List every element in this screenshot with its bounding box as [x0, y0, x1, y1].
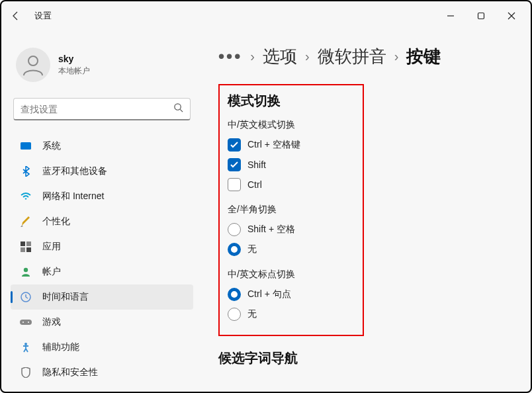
radio-icon [228, 223, 241, 236]
search-icon [173, 103, 183, 115]
account-icon [20, 266, 32, 278]
shield-icon [20, 367, 32, 378]
user-name: sky [58, 54, 90, 64]
gamepad-icon [20, 316, 32, 328]
sidebar-item-system[interactable]: 系统 [11, 134, 193, 159]
subsection-label: 中/英文模式切换 [228, 119, 355, 131]
sidebar-item-label: 网络和 Internet [42, 191, 104, 202]
checkbox-icon [228, 138, 241, 152]
sidebar-item-label: 蓝牙和其他设备 [42, 165, 107, 177]
svg-point-14 [28, 322, 29, 323]
globe-clock-icon [20, 291, 32, 303]
wifi-icon [20, 191, 32, 202]
system-icon [20, 140, 32, 152]
option-label: Shift + 空格 [247, 224, 295, 236]
sidebar-item-label: 辅助功能 [42, 341, 79, 353]
breadcrumb-more[interactable]: ••• [218, 46, 242, 67]
sidebar-item-accounts[interactable]: 帐户 [11, 259, 193, 284]
back-button[interactable] [5, 5, 26, 26]
chevron-right-icon: › [305, 49, 310, 64]
svg-point-2 [28, 56, 38, 66]
app-title: 设置 [34, 10, 52, 22]
subsection-label: 中/英文标点切换 [228, 269, 355, 281]
checkbox-shift[interactable]: Shift [228, 155, 355, 175]
svg-rect-9 [26, 247, 31, 252]
titlebar: 设置 [0, 0, 532, 32]
search-box[interactable] [13, 98, 191, 120]
svg-point-15 [24, 343, 27, 345]
option-label: Ctrl + 空格键 [247, 139, 300, 151]
mode-switch-section: 模式切换 中/英文模式切换 Ctrl + 空格键 Shift Ctrl 全/半角… [218, 84, 364, 336]
radio-none-punct[interactable]: 无 [228, 304, 355, 324]
minimize-button[interactable] [435, 5, 466, 26]
sidebar-item-gaming[interactable]: 游戏 [11, 310, 193, 335]
sidebar: sky 本地帐户 系统 蓝牙和其他设备 网络和 Internet [0, 32, 199, 393]
section-title: 模式切换 [228, 92, 355, 110]
avatar [16, 48, 50, 82]
nav-list: 系统 蓝牙和其他设备 网络和 Internet 个性化 应用 帐户 [11, 134, 193, 385]
breadcrumb: ••• › 选项 › 微软拼音 › 按键 [218, 45, 506, 68]
svg-rect-6 [21, 241, 25, 246]
sidebar-item-bluetooth[interactable]: 蓝牙和其他设备 [11, 159, 193, 184]
close-button[interactable] [496, 5, 527, 26]
checkbox-ctrl-space[interactable]: Ctrl + 空格键 [228, 135, 355, 155]
user-subtitle: 本地帐户 [58, 66, 90, 77]
option-label: 无 [247, 243, 257, 255]
chevron-right-icon: › [394, 49, 399, 64]
radio-shift-space[interactable]: Shift + 空格 [228, 220, 355, 240]
sidebar-item-personalization[interactable]: 个性化 [11, 209, 193, 234]
svg-rect-7 [26, 241, 31, 246]
maximize-icon [477, 12, 485, 20]
search-input[interactable] [21, 104, 173, 114]
accessibility-icon [20, 341, 32, 353]
sidebar-item-label: 个性化 [42, 216, 70, 228]
user-block[interactable]: sky 本地帐户 [11, 37, 193, 95]
svg-point-3 [175, 104, 181, 110]
apps-icon [20, 241, 32, 253]
subsection-label: 全/半角切换 [228, 204, 355, 216]
svg-point-13 [22, 322, 24, 323]
section-title: 候选字词导航 [218, 349, 506, 367]
option-label: Shift [247, 159, 266, 170]
option-label: Ctrl + 句点 [247, 288, 291, 300]
close-icon [508, 12, 515, 20]
sidebar-item-label: 时间和语言 [42, 291, 89, 303]
svg-rect-1 [478, 13, 484, 19]
minimize-icon [447, 12, 455, 20]
radio-ctrl-period[interactable]: Ctrl + 句点 [228, 284, 355, 304]
radio-icon [228, 243, 241, 256]
svg-rect-8 [21, 247, 25, 252]
sidebar-item-label: 帐户 [42, 266, 61, 278]
sidebar-item-label: 应用 [42, 241, 61, 253]
breadcrumb-current: 按键 [406, 45, 441, 68]
radio-none-width[interactable]: 无 [228, 240, 355, 259]
radio-icon [228, 308, 241, 321]
radio-icon [228, 288, 241, 301]
breadcrumb-item[interactable]: 微软拼音 [318, 45, 386, 68]
checkbox-icon [228, 178, 241, 191]
breadcrumb-item[interactable]: 选项 [263, 45, 297, 68]
main-content: ••• › 选项 › 微软拼音 › 按键 模式切换 中/英文模式切换 Ctrl … [199, 32, 532, 393]
option-label: Ctrl [247, 179, 262, 190]
bluetooth-icon [20, 165, 32, 177]
person-icon [20, 52, 46, 78]
sidebar-item-accessibility[interactable]: 辅助功能 [11, 335, 193, 360]
svg-line-4 [180, 109, 183, 112]
svg-rect-5 [21, 142, 31, 150]
sidebar-item-label: 系统 [42, 140, 61, 152]
svg-point-10 [24, 268, 28, 272]
chevron-right-icon: › [250, 49, 255, 64]
checkbox-icon [228, 158, 241, 171]
arrow-left-icon [11, 11, 21, 21]
checkbox-ctrl[interactable]: Ctrl [228, 175, 355, 195]
sidebar-item-time-language[interactable]: 时间和语言 [11, 284, 193, 310]
maximize-button[interactable] [466, 5, 496, 26]
window-controls [435, 5, 527, 26]
svg-rect-12 [20, 320, 32, 325]
sidebar-item-apps[interactable]: 应用 [11, 234, 193, 259]
sidebar-item-label: 游戏 [42, 316, 61, 328]
option-label: 无 [247, 308, 257, 320]
sidebar-item-network[interactable]: 网络和 Internet [11, 184, 193, 209]
sidebar-item-privacy[interactable]: 隐私和安全性 [11, 360, 193, 385]
brush-icon [20, 216, 32, 228]
